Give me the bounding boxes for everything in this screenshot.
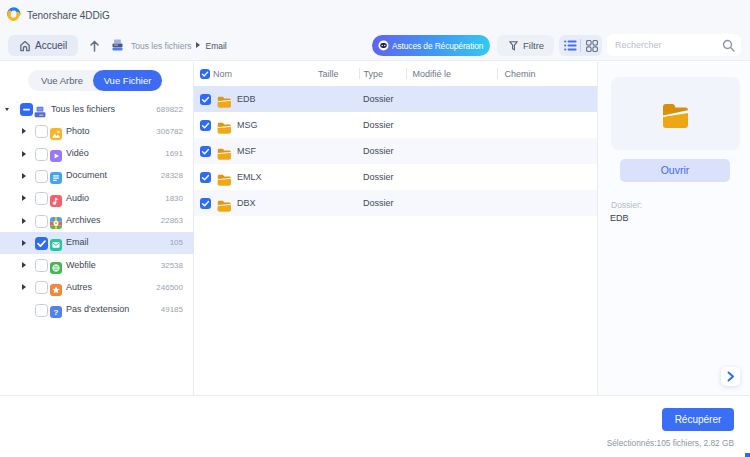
svg-text:?: ? <box>54 308 59 317</box>
